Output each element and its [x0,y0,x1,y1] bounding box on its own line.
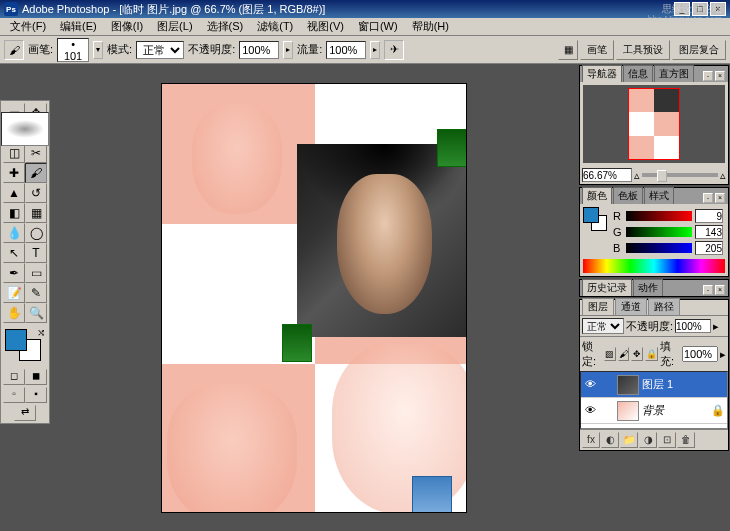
fill-arrow-icon[interactable]: ▸ [720,348,726,361]
crop-tool[interactable]: ◫ [3,143,25,163]
menu-help[interactable]: 帮助(H) [406,18,455,35]
menu-view[interactable]: 视图(V) [301,18,350,35]
b-input[interactable] [695,241,723,255]
menu-select[interactable]: 选择(S) [201,18,250,35]
flow-dropdown-icon[interactable]: ▸ [370,41,380,59]
brush-tool[interactable]: 🖌 [25,163,47,183]
tool-presets-tab[interactable]: 工具预设 [616,40,670,60]
flow-input[interactable] [326,41,366,59]
brushes-tab[interactable]: 画笔 [580,40,614,60]
lock-position-icon[interactable]: ✥ [631,347,643,361]
layer-opacity-input[interactable] [675,319,711,333]
tab-navigator[interactable]: 导航器 [582,65,622,82]
pen-tool[interactable]: ✒ [3,263,25,283]
path-tool[interactable]: ↖ [3,243,25,263]
tab-history[interactable]: 历史记录 [582,279,632,296]
tab-styles[interactable]: 样式 [644,187,674,204]
notes-tool[interactable]: 📝 [3,283,25,303]
r-slider[interactable] [626,211,692,221]
screen-full-icon[interactable]: ▪ [25,387,47,403]
menu-layer[interactable]: 图层(L) [151,18,198,35]
eyedropper-tool[interactable]: ✎ [25,283,47,303]
spectrum-bar[interactable] [583,259,725,273]
heal-tool[interactable]: ✚ [3,163,25,183]
r-input[interactable] [695,209,723,223]
lock-pixels-icon[interactable]: 🖌 [618,347,630,361]
airbrush-icon[interactable]: ✈ [384,40,404,60]
menu-file[interactable]: 文件(F) [4,18,52,35]
color-swatches[interactable]: ⤭ [3,327,47,367]
layer-thumbnail[interactable] [617,375,639,395]
panel-close-icon[interactable]: × [715,71,725,81]
link-icon[interactable] [600,378,614,392]
menu-image[interactable]: 图像(I) [105,18,149,35]
panel-min-icon[interactable]: - [703,71,713,81]
visibility-icon[interactable]: 👁 [583,404,597,418]
tab-histogram[interactable]: 直方图 [654,65,694,82]
tab-info[interactable]: 信息 [623,65,653,82]
brush-preset-picker[interactable]: •101 [57,38,89,62]
g-input[interactable] [695,225,723,239]
quickmask-on-icon[interactable]: ◼ [25,369,47,385]
slice-tool[interactable]: ✂ [25,143,47,163]
layer-mask-icon[interactable]: ◐ [601,432,619,448]
tab-channels[interactable]: 通道 [615,298,647,315]
delete-layer-icon[interactable]: 🗑 [677,432,695,448]
menu-window[interactable]: 窗口(W) [352,18,404,35]
zoom-out-icon[interactable]: ▵ [634,169,640,182]
zoom-input[interactable] [582,168,632,182]
gradient-tool[interactable]: ▦ [25,203,47,223]
lock-all-icon[interactable]: 🔒 [645,347,658,361]
dodge-tool[interactable]: ◯ [25,223,47,243]
layer-name[interactable]: 背景 [642,403,664,418]
panel-color-swatch[interactable] [583,207,607,231]
opacity-input[interactable] [239,41,279,59]
document-canvas[interactable] [161,83,467,513]
link-icon[interactable] [600,404,614,418]
panel-close-icon[interactable]: × [715,193,725,203]
panel-min-icon[interactable]: - [703,193,713,203]
b-slider[interactable] [626,243,692,253]
panel-min-icon[interactable]: - [703,285,713,295]
zoom-in-icon[interactable]: ▵ [720,169,726,182]
zoom-tool[interactable]: 🔍 [25,303,47,323]
stamp-tool[interactable]: ▲ [3,183,25,203]
layer-blend-select[interactable]: 正常 [582,318,624,334]
foreground-color[interactable] [5,329,27,351]
new-layer-icon[interactable]: ⊡ [658,432,676,448]
jump-to-icon[interactable]: ⇄ [14,405,36,421]
brush-dropdown-icon[interactable]: ▾ [93,41,103,59]
history-brush-tool[interactable]: ↺ [25,183,47,203]
blend-mode-select[interactable]: 正常 [136,41,184,59]
shape-tool[interactable]: ▭ [25,263,47,283]
lock-transparency-icon[interactable]: ▨ [604,347,616,361]
layer-thumbnail[interactable] [617,401,639,421]
type-tool[interactable]: T [25,243,47,263]
menu-filter[interactable]: 滤镜(T) [251,18,299,35]
hand-tool[interactable]: ✋ [3,303,25,323]
layer-item[interactable]: 👁 图层 1 [581,372,727,398]
toggle-palette-icon[interactable]: ▦ [558,40,578,60]
layer-fx-icon[interactable]: fx [582,432,600,448]
blur-tool[interactable]: 💧 [3,223,25,243]
tab-paths[interactable]: 路径 [648,298,680,315]
current-tool-icon[interactable]: 🖌 [4,40,24,60]
screen-standard-icon[interactable]: ▫ [3,387,25,403]
zoom-slider[interactable] [642,173,718,177]
quickmask-off-icon[interactable]: ◻ [3,369,25,385]
panel-close-icon[interactable]: × [715,285,725,295]
tab-actions[interactable]: 动作 [633,279,663,296]
canvas-area[interactable] [50,64,578,531]
visibility-icon[interactable]: 👁 [583,378,597,392]
tab-layers[interactable]: 图层 [582,298,614,315]
adjustment-icon[interactable]: ◑ [639,432,657,448]
opacity-dropdown-icon[interactable]: ▸ [283,41,293,59]
opacity-arrow-icon[interactable]: ▸ [713,320,719,333]
layer-item[interactable]: 👁 背景 🔒 [581,398,727,424]
swap-colors-icon[interactable]: ⤭ [37,327,45,338]
new-set-icon[interactable]: 📁 [620,432,638,448]
tab-color[interactable]: 颜色 [582,187,612,204]
fill-input[interactable] [682,346,718,362]
layer-name[interactable]: 图层 1 [642,377,673,392]
eraser-tool[interactable]: ◧ [3,203,25,223]
